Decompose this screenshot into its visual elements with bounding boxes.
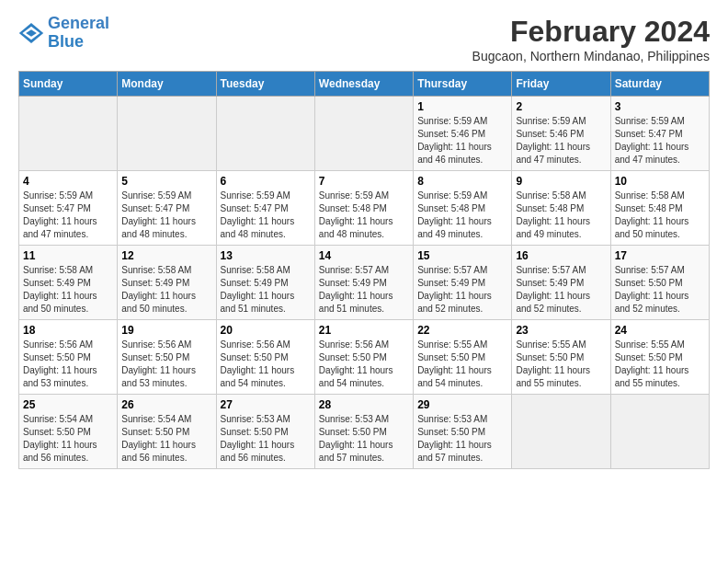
day-info: Sunrise: 5:59 AMSunset: 5:47 PMDaylight:… <box>121 190 211 241</box>
day-info: Sunrise: 5:59 AMSunset: 5:47 PMDaylight:… <box>23 190 113 241</box>
day-info: Sunrise: 5:53 AMSunset: 5:50 PMDaylight:… <box>417 413 507 465</box>
day-number: 25 <box>23 398 113 411</box>
calendar-body: 1Sunrise: 5:59 AMSunset: 5:46 PMDaylight… <box>19 97 710 469</box>
calendar-cell: 29Sunrise: 5:53 AMSunset: 5:50 PMDayligh… <box>414 395 512 469</box>
day-number: 9 <box>516 175 606 188</box>
calendar-cell: 11Sunrise: 5:58 AMSunset: 5:49 PMDayligh… <box>19 246 118 320</box>
calendar-cell: 26Sunrise: 5:54 AMSunset: 5:50 PMDayligh… <box>118 395 216 469</box>
calendar-cell: 27Sunrise: 5:53 AMSunset: 5:50 PMDayligh… <box>216 395 314 469</box>
calendar-cell: 2Sunrise: 5:59 AMSunset: 5:46 PMDaylight… <box>512 97 610 171</box>
calendar-week-5: 25Sunrise: 5:54 AMSunset: 5:50 PMDayligh… <box>19 395 710 469</box>
day-number: 22 <box>417 324 507 337</box>
calendar-cell: 19Sunrise: 5:56 AMSunset: 5:50 PMDayligh… <box>118 320 216 395</box>
calendar-cell: 9Sunrise: 5:58 AMSunset: 5:48 PMDaylight… <box>512 171 610 246</box>
calendar-cell <box>216 97 314 171</box>
logo: General Blue <box>18 15 109 52</box>
day-info: Sunrise: 5:58 AMSunset: 5:48 PMDaylight:… <box>516 190 606 241</box>
day-number: 7 <box>319 175 409 188</box>
calendar-week-3: 11Sunrise: 5:58 AMSunset: 5:49 PMDayligh… <box>19 246 710 320</box>
location: Bugcaon, Northern Mindanao, Philippines <box>472 49 710 63</box>
calendar-cell: 4Sunrise: 5:59 AMSunset: 5:47 PMDaylight… <box>19 171 118 246</box>
day-number: 8 <box>417 175 507 188</box>
day-number: 6 <box>221 175 311 188</box>
day-info: Sunrise: 5:59 AMSunset: 5:48 PMDaylight:… <box>319 190 409 241</box>
calendar-cell: 1Sunrise: 5:59 AMSunset: 5:46 PMDaylight… <box>414 97 512 171</box>
calendar-cell: 13Sunrise: 5:58 AMSunset: 5:49 PMDayligh… <box>216 246 314 320</box>
column-header-wednesday: Wednesday <box>314 72 413 97</box>
calendar-week-1: 1Sunrise: 5:59 AMSunset: 5:46 PMDaylight… <box>19 97 710 171</box>
day-info: Sunrise: 5:59 AMSunset: 5:47 PMDaylight:… <box>221 190 311 241</box>
day-number: 26 <box>121 398 211 411</box>
column-header-friday: Friday <box>512 72 610 97</box>
calendar-cell <box>118 97 216 171</box>
calendar-cell: 14Sunrise: 5:57 AMSunset: 5:49 PMDayligh… <box>314 246 413 320</box>
calendar-cell: 23Sunrise: 5:55 AMSunset: 5:50 PMDayligh… <box>512 320 610 395</box>
day-info: Sunrise: 5:58 AMSunset: 5:48 PMDaylight:… <box>615 190 705 241</box>
day-number: 2 <box>516 100 606 113</box>
day-number: 29 <box>417 398 507 411</box>
calendar-cell <box>512 395 610 469</box>
calendar-cell <box>19 97 118 171</box>
day-number: 24 <box>615 324 705 337</box>
day-number: 3 <box>615 100 705 113</box>
day-number: 17 <box>615 249 705 262</box>
day-number: 15 <box>417 249 507 262</box>
day-number: 18 <box>23 324 113 337</box>
day-info: Sunrise: 5:59 AMSunset: 5:46 PMDaylight:… <box>516 115 606 167</box>
day-number: 19 <box>121 324 211 337</box>
calendar-cell: 10Sunrise: 5:58 AMSunset: 5:48 PMDayligh… <box>610 171 709 246</box>
calendar-cell: 3Sunrise: 5:59 AMSunset: 5:47 PMDaylight… <box>610 97 709 171</box>
column-header-tuesday: Tuesday <box>216 72 314 97</box>
calendar-cell: 15Sunrise: 5:57 AMSunset: 5:49 PMDayligh… <box>414 246 512 320</box>
day-info: Sunrise: 5:56 AMSunset: 5:50 PMDaylight:… <box>319 339 409 390</box>
day-info: Sunrise: 5:56 AMSunset: 5:50 PMDaylight:… <box>23 339 113 390</box>
day-info: Sunrise: 5:58 AMSunset: 5:49 PMDaylight:… <box>221 264 311 316</box>
day-number: 13 <box>221 249 311 262</box>
day-info: Sunrise: 5:56 AMSunset: 5:50 PMDaylight:… <box>121 339 211 390</box>
day-number: 21 <box>319 324 409 337</box>
calendar-cell: 21Sunrise: 5:56 AMSunset: 5:50 PMDayligh… <box>314 320 413 395</box>
calendar-table: SundayMondayTuesdayWednesdayThursdayFrid… <box>18 71 710 469</box>
day-info: Sunrise: 5:54 AMSunset: 5:50 PMDaylight:… <box>23 413 113 465</box>
title-block: February 2024 Bugcaon, Northern Mindanao… <box>472 15 710 63</box>
day-number: 23 <box>516 324 606 337</box>
day-info: Sunrise: 5:55 AMSunset: 5:50 PMDaylight:… <box>615 339 705 390</box>
logo-icon <box>18 23 44 43</box>
day-info: Sunrise: 5:59 AMSunset: 5:48 PMDaylight:… <box>417 190 507 241</box>
day-info: Sunrise: 5:53 AMSunset: 5:50 PMDaylight:… <box>221 413 311 465</box>
calendar-cell <box>314 97 413 171</box>
day-info: Sunrise: 5:56 AMSunset: 5:50 PMDaylight:… <box>221 339 311 390</box>
column-header-monday: Monday <box>118 72 216 97</box>
day-info: Sunrise: 5:55 AMSunset: 5:50 PMDaylight:… <box>417 339 507 390</box>
calendar-cell: 17Sunrise: 5:57 AMSunset: 5:50 PMDayligh… <box>610 246 709 320</box>
day-number: 1 <box>417 100 507 113</box>
day-info: Sunrise: 5:59 AMSunset: 5:47 PMDaylight:… <box>615 115 705 167</box>
calendar-header-row: SundayMondayTuesdayWednesdayThursdayFrid… <box>19 72 710 97</box>
calendar-cell: 28Sunrise: 5:53 AMSunset: 5:50 PMDayligh… <box>314 395 413 469</box>
month-year: February 2024 <box>472 15 710 49</box>
day-number: 20 <box>221 324 311 337</box>
day-info: Sunrise: 5:58 AMSunset: 5:49 PMDaylight:… <box>121 264 211 316</box>
day-info: Sunrise: 5:55 AMSunset: 5:50 PMDaylight:… <box>516 339 606 390</box>
day-number: 4 <box>23 175 113 188</box>
day-info: Sunrise: 5:53 AMSunset: 5:50 PMDaylight:… <box>319 413 409 465</box>
calendar-week-4: 18Sunrise: 5:56 AMSunset: 5:50 PMDayligh… <box>19 320 710 395</box>
day-number: 12 <box>121 249 211 262</box>
day-info: Sunrise: 5:57 AMSunset: 5:49 PMDaylight:… <box>516 264 606 316</box>
column-header-saturday: Saturday <box>610 72 709 97</box>
day-number: 11 <box>23 249 113 262</box>
day-number: 14 <box>319 249 409 262</box>
day-number: 28 <box>319 398 409 411</box>
column-header-thursday: Thursday <box>414 72 512 97</box>
calendar-cell: 8Sunrise: 5:59 AMSunset: 5:48 PMDaylight… <box>414 171 512 246</box>
day-info: Sunrise: 5:58 AMSunset: 5:49 PMDaylight:… <box>23 264 113 316</box>
day-info: Sunrise: 5:57 AMSunset: 5:50 PMDaylight:… <box>615 264 705 316</box>
calendar-week-2: 4Sunrise: 5:59 AMSunset: 5:47 PMDaylight… <box>19 171 710 246</box>
day-info: Sunrise: 5:59 AMSunset: 5:46 PMDaylight:… <box>417 115 507 167</box>
day-info: Sunrise: 5:57 AMSunset: 5:49 PMDaylight:… <box>319 264 409 316</box>
calendar-cell: 7Sunrise: 5:59 AMSunset: 5:48 PMDaylight… <box>314 171 413 246</box>
calendar-cell: 16Sunrise: 5:57 AMSunset: 5:49 PMDayligh… <box>512 246 610 320</box>
column-header-sunday: Sunday <box>19 72 118 97</box>
page-header: General Blue February 2024 Bugcaon, Nort… <box>18 15 710 63</box>
calendar-cell: 6Sunrise: 5:59 AMSunset: 5:47 PMDaylight… <box>216 171 314 246</box>
